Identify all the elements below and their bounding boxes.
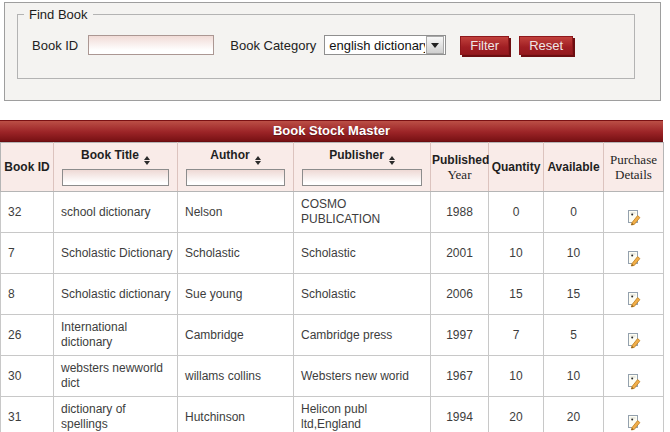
cell-available: 10	[544, 233, 604, 274]
col-header-quantity: Quantity	[489, 143, 544, 192]
book-title-filter-input[interactable]	[62, 169, 169, 186]
cell-publisher: Helicon publ ltd,England	[294, 397, 431, 432]
cell-book-title: International dictionary	[54, 315, 178, 356]
cell-book-id: 30	[1, 356, 54, 397]
sort-icon-publisher[interactable]	[389, 156, 395, 165]
cell-quantity: 10	[489, 233, 544, 274]
cell-author: willams collins	[178, 356, 294, 397]
cell-purchase-details	[604, 233, 664, 274]
cell-quantity: 20	[489, 397, 544, 432]
cell-quantity: 0	[489, 192, 544, 233]
col-header-book-title: Book Title	[54, 143, 178, 192]
cell-book-id: 31	[1, 397, 54, 432]
cell-purchase-details	[604, 356, 664, 397]
purchase-details-button[interactable]	[626, 291, 642, 308]
col-header-published-year: Published Year	[431, 143, 489, 192]
table-row: 32 school dictionary Nelson COSMO PUBLIC…	[1, 192, 664, 233]
cell-available: 20	[544, 397, 604, 432]
col-header-book-id: Book ID	[1, 143, 54, 192]
book-stock-table: Book ID Book Title Author Publisher Publ…	[0, 142, 664, 432]
cell-book-id: 8	[1, 274, 54, 315]
cell-author: Scholastic	[178, 233, 294, 274]
sort-icon-author[interactable]	[255, 156, 261, 165]
cell-publisher: Scholastic	[294, 233, 431, 274]
book-stock-section: Book Stock Master Book ID Book Title Aut…	[0, 120, 663, 432]
book-id-input[interactable]	[88, 35, 214, 55]
cell-book-title: Scholastic dictionary	[54, 274, 178, 315]
cell-published-year: 1988	[431, 192, 489, 233]
reset-button[interactable]: Reset	[519, 36, 573, 55]
cell-purchase-details	[604, 315, 664, 356]
purchase-details-icon	[626, 209, 642, 226]
table-title: Book Stock Master	[0, 120, 663, 142]
filter-button[interactable]: Filter	[460, 36, 509, 55]
cell-publisher: Scholastic	[294, 274, 431, 315]
find-book-fieldset: Find Book Book ID Book Category english …	[17, 7, 635, 79]
table-row: 30 websters newworld dict willams collin…	[1, 356, 664, 397]
find-book-panel: Find Book Book ID Book Category english …	[4, 2, 661, 101]
table-row: 8 Scholastic dictionary Sue young Schola…	[1, 274, 664, 315]
col-header-purchase-details: Purchase Details	[604, 143, 664, 192]
book-category-selected-value: english dictionary	[325, 38, 425, 53]
purchase-details-button[interactable]	[626, 209, 642, 226]
dropdown-arrow-icon[interactable]	[426, 36, 444, 54]
purchase-details-button[interactable]	[626, 414, 642, 431]
cell-book-title: Scholastic Dictionary	[54, 233, 178, 274]
cell-book-title: school dictionary	[54, 192, 178, 233]
cell-purchase-details	[604, 274, 664, 315]
find-book-controls: Book ID Book Category english dictionary…	[18, 35, 634, 55]
purchase-details-icon	[626, 291, 642, 308]
purchase-details-icon	[626, 250, 642, 267]
cell-author: Cambridge	[178, 315, 294, 356]
cell-purchase-details	[604, 397, 664, 432]
cell-available: 5	[544, 315, 604, 356]
cell-publisher: COSMO PUBLICATION	[294, 192, 431, 233]
col-header-publisher: Publisher	[294, 143, 431, 192]
cell-published-year: 2001	[431, 233, 489, 274]
cell-author: Sue young	[178, 274, 294, 315]
book-id-label: Book ID	[32, 38, 78, 53]
cell-publisher: Cambridge press	[294, 315, 431, 356]
cell-book-title: websters newworld dict	[54, 356, 178, 397]
cell-available: 10	[544, 356, 604, 397]
cell-published-year: 1994	[431, 397, 489, 432]
col-header-author: Author	[178, 143, 294, 192]
sort-icon-book-title[interactable]	[144, 156, 150, 165]
cell-book-id: 32	[1, 192, 54, 233]
table-row: 7 Scholastic Dictionary Scholastic Schol…	[1, 233, 664, 274]
purchase-details-icon	[626, 373, 642, 390]
purchase-details-button[interactable]	[626, 250, 642, 267]
cell-book-title: dictionary of spellings	[54, 397, 178, 432]
book-category-select[interactable]: english dictionary	[324, 35, 446, 55]
find-book-legend: Find Book	[24, 7, 93, 22]
cell-quantity: 10	[489, 356, 544, 397]
cell-book-id: 26	[1, 315, 54, 356]
table-row: 26 International dictionary Cambridge Ca…	[1, 315, 664, 356]
table-header-row: Book ID Book Title Author Publisher Publ…	[1, 143, 664, 192]
cell-quantity: 7	[489, 315, 544, 356]
cell-published-year: 1967	[431, 356, 489, 397]
cell-book-id: 7	[1, 233, 54, 274]
cell-quantity: 15	[489, 274, 544, 315]
cell-available: 15	[544, 274, 604, 315]
purchase-details-icon	[626, 414, 642, 431]
cell-author: Nelson	[178, 192, 294, 233]
cell-published-year: 1997	[431, 315, 489, 356]
purchase-details-icon	[626, 332, 642, 349]
purchase-details-button[interactable]	[626, 332, 642, 349]
purchase-details-button[interactable]	[626, 373, 642, 390]
publisher-filter-input[interactable]	[302, 169, 422, 186]
table-row: 31 dictionary of spellings Hutchinson He…	[1, 397, 664, 432]
book-category-label: Book Category	[230, 38, 316, 53]
cell-published-year: 2006	[431, 274, 489, 315]
cell-publisher: Websters new worid	[294, 356, 431, 397]
cell-available: 0	[544, 192, 604, 233]
cell-purchase-details	[604, 192, 664, 233]
cell-author: Hutchinson	[178, 397, 294, 432]
author-filter-input[interactable]	[186, 169, 285, 186]
col-header-available: Available	[544, 143, 604, 192]
